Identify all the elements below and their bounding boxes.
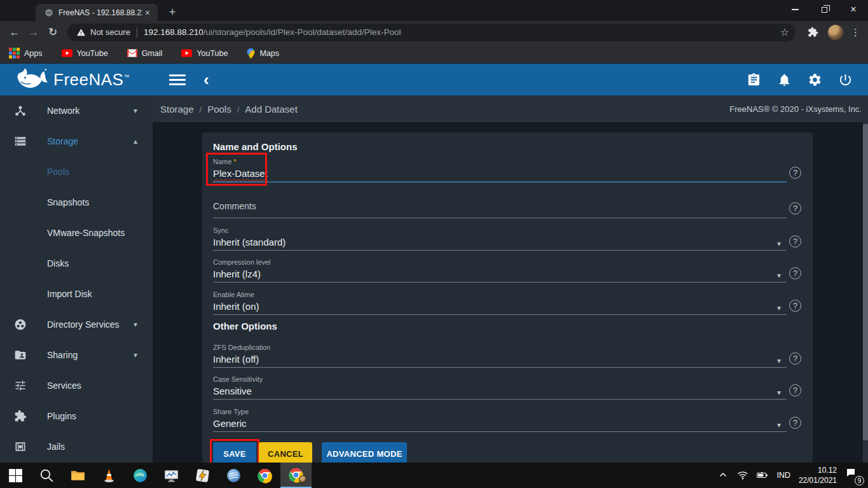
window-minimize-button[interactable] <box>780 0 809 19</box>
address-bar[interactable]: Not secure 192.168.88.210/ui/storage/poo… <box>67 24 796 41</box>
cancel-button[interactable]: CANCEL <box>259 442 312 465</box>
collapse-chevron-left-icon[interactable]: ‹ <box>203 71 209 88</box>
edge-browser-icon <box>132 468 148 484</box>
sync-select[interactable]: Inherit (standard) <box>213 237 286 247</box>
sidebar-item-pools[interactable]: Pools <box>0 157 153 187</box>
scrollbar[interactable] <box>863 122 868 463</box>
wifi-icon[interactable] <box>737 470 748 481</box>
back-icon[interactable]: ← <box>5 26 24 39</box>
dropdown-arrow-icon[interactable]: ▾ <box>777 356 781 365</box>
tab-close-icon[interactable]: × <box>142 8 153 18</box>
help-icon[interactable]: ? <box>789 352 801 365</box>
sidebar-item-sharing[interactable]: Sharing ▾ <box>0 340 153 370</box>
sidebar-item-directory-services[interactable]: Directory Services ▾ <box>0 309 153 340</box>
taskbar-file-explorer[interactable] <box>62 463 93 488</box>
browser-menu-icon[interactable]: ⋮ <box>851 27 860 38</box>
bookmark-apps[interactable]: Apps <box>9 48 43 59</box>
taskbar-chrome[interactable] <box>249 463 280 488</box>
sidebar-item-network[interactable]: Network ▾ <box>0 95 153 126</box>
bookmarks-bar: Apps YouTube Gmail YouTube <box>0 43 868 64</box>
clock-time: 10.12 <box>799 465 837 475</box>
reload-icon[interactable]: ↻ <box>43 25 62 39</box>
apps-grid-icon <box>9 48 20 59</box>
notifications-bell-icon[interactable] <box>777 73 792 87</box>
dropdown-arrow-icon[interactable]: ▾ <box>777 303 781 312</box>
clock[interactable]: 10.12 22/01/2021 <box>799 465 837 485</box>
sidebar-item-plugins[interactable]: Plugins <box>0 401 153 431</box>
notification-center-button[interactable]: 9 <box>845 467 862 484</box>
sidebar-item-jails[interactable]: Jails <box>0 431 153 462</box>
help-icon[interactable]: ? <box>789 235 801 247</box>
dropdown-arrow-icon[interactable]: ▾ <box>777 421 781 429</box>
case-sensitivity-select[interactable]: Sensitive <box>213 386 252 396</box>
sidebar-item-vmware-snapshots[interactable]: VMware-Snapshots <box>0 218 153 248</box>
breadcrumb-add-dataset: Add Dataset <box>245 104 298 115</box>
bookmark-youtube-2[interactable]: YouTube <box>181 49 228 58</box>
taskbar-winamp[interactable] <box>187 463 218 488</box>
directory-services-icon <box>14 318 27 331</box>
compression-select[interactable]: Inherit (lz4) <box>213 268 261 279</box>
dropdown-arrow-icon[interactable]: ▾ <box>777 271 781 280</box>
help-icon[interactable]: ? <box>789 300 801 312</box>
gmail-icon <box>127 49 137 57</box>
sidebar-item-snapshots[interactable]: Snapshots <box>0 187 153 218</box>
breadcrumb: Storage/Pools/Add Dataset <box>160 104 298 115</box>
freenas-brand[interactable]: FreeNAS™ <box>0 67 153 92</box>
new-tab-button[interactable]: + <box>164 4 181 21</box>
browser-tab[interactable]: FreeNAS - 192.168.88.210 × <box>36 4 158 21</box>
help-icon[interactable]: ? <box>789 384 801 396</box>
comments-input[interactable]: Comments <box>213 201 256 211</box>
dropdown-arrow-icon[interactable]: ▾ <box>777 388 781 397</box>
notification-count-badge: 9 <box>855 476 864 485</box>
forward-icon[interactable]: → <box>24 26 43 39</box>
bookmark-gmail[interactable]: Gmail <box>127 49 163 58</box>
taskbar-system-monitor[interactable] <box>156 463 187 488</box>
sidebar-item-disks[interactable]: Disks <box>0 248 153 279</box>
language-indicator[interactable]: IND <box>776 471 790 480</box>
advanced-mode-button[interactable]: ADVANCED MODE <box>322 442 407 465</box>
window-restore-button[interactable] <box>809 0 839 19</box>
taskbar-edge[interactable] <box>125 463 156 488</box>
settings-gear-icon[interactable] <box>808 73 822 87</box>
winbox-globe-icon <box>226 468 242 484</box>
comments-input-underline <box>213 218 787 218</box>
sidebar-item-storage[interactable]: Storage ▴ <box>0 126 153 157</box>
atime-select[interactable]: Inherit (on) <box>213 301 259 312</box>
taskbar-search-button[interactable] <box>31 463 62 488</box>
bookmark-star-icon[interactable]: ☆ <box>780 26 789 38</box>
breadcrumb-storage[interactable]: Storage <box>160 104 194 115</box>
menu-hamburger-icon[interactable] <box>169 72 186 88</box>
sidebar-item-import-disk[interactable]: Import Disk <box>0 279 153 309</box>
browser-profile-avatar[interactable] <box>828 25 843 40</box>
jails-cage-icon <box>14 440 27 453</box>
file-explorer-icon <box>70 468 86 484</box>
breadcrumb-pools[interactable]: Pools <box>207 104 231 115</box>
start-button[interactable] <box>0 463 31 488</box>
extensions-puzzle-icon[interactable] <box>808 27 818 38</box>
power-icon[interactable] <box>838 73 853 87</box>
sidebar-item-services[interactable]: Services <box>0 370 153 401</box>
url-text: 192.168.88.210/ui/storage/pools/id/Plex-… <box>144 27 775 37</box>
help-icon[interactable]: ? <box>789 202 801 214</box>
help-icon[interactable]: ? <box>789 417 801 429</box>
tasks-clipboard-icon[interactable] <box>747 73 761 87</box>
browser-titlebar: FreeNAS - 192.168.88.210 × + × <box>0 0 868 21</box>
scrollbar-thumb[interactable] <box>863 124 868 440</box>
window-close-button[interactable]: × <box>839 0 868 19</box>
help-icon[interactable]: ? <box>789 267 801 279</box>
share-type-select[interactable]: Generic <box>213 418 247 429</box>
taskbar-vlc[interactable] <box>93 463 125 488</box>
not-secure-warning-icon <box>76 28 86 37</box>
section-title-other-options: Other Options <box>213 321 277 331</box>
tray-chevron-up-icon[interactable] <box>717 470 729 481</box>
taskbar-chrome-active[interactable] <box>280 463 312 488</box>
bookmark-maps[interactable]: Maps <box>247 48 279 59</box>
battery-charging-icon[interactable] <box>757 470 768 481</box>
tab-favicon-icon <box>45 8 53 17</box>
bookmark-youtube-1[interactable]: YouTube <box>62 49 108 58</box>
help-icon[interactable]: ? <box>789 167 801 179</box>
dedup-select[interactable]: Inherit (off) <box>213 354 259 365</box>
taskbar-winbox[interactable] <box>218 463 249 488</box>
dropdown-arrow-icon[interactable]: ▾ <box>777 239 781 248</box>
main-content: Name and Options Name* Plex-Dataset ? Co… <box>153 122 868 488</box>
